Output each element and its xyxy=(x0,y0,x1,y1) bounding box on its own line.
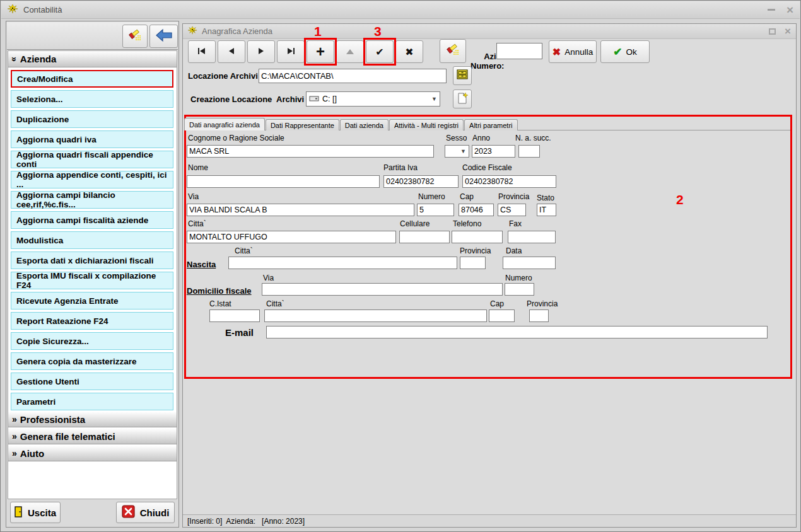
locazione-archivi-input[interactable] xyxy=(259,69,447,83)
via-input[interactable] xyxy=(187,204,414,216)
app-bug-icon xyxy=(8,4,18,16)
tabstrip: Dati anagrafici azienda Dati Rappresenta… xyxy=(184,118,791,130)
cognome-input[interactable] xyxy=(187,145,434,158)
cellulare-input[interactable] xyxy=(399,231,450,243)
nasucc-label: N. a. succ. xyxy=(515,134,551,142)
domicilio-provincia-label: Provincia xyxy=(527,299,558,308)
cellulare-label: Cellulare xyxy=(400,219,430,228)
last-record-button[interactable] xyxy=(277,40,305,63)
sidebar-item-modulistica[interactable]: Modulistica xyxy=(11,231,173,249)
status-text: [Inseriti: 0] Azienda: [Anno: 2023] xyxy=(187,517,305,526)
back-arrow-icon xyxy=(155,28,173,45)
sidebar-item-aggiorna-quadri-fiscali[interactable]: Aggiorna quadri fiscali appendice conti xyxy=(11,151,173,168)
cap-input[interactable] xyxy=(459,204,494,216)
maximize-icon[interactable] xyxy=(769,28,776,35)
sidebar-group-professionista[interactable]: » Professionista xyxy=(8,412,177,427)
sidebar-item-aggiorna-campi-bilancio[interactable]: Aggiorna campi bilancio cee,rif,%c.fis..… xyxy=(11,191,173,209)
sidebar-item-aggiorna-campi-fiscalita[interactable]: Aggiorna campi fiscalità aziende xyxy=(11,211,173,229)
main-window: Contabilità × xyxy=(0,0,801,532)
sidebar-group-aiuto[interactable]: » Aiuto xyxy=(8,446,177,461)
creazione-locazione-label: Creazione Locazione Archivi xyxy=(190,95,304,104)
nascita-provincia-input[interactable] xyxy=(460,257,486,269)
nascita-citta-input[interactable] xyxy=(228,257,457,269)
first-record-icon xyxy=(197,46,207,57)
domicilio-numero-input[interactable] xyxy=(505,283,534,296)
sidebar-group-genera-file[interactable]: » Genera file telematici xyxy=(8,429,177,444)
domicilio-cap-input[interactable] xyxy=(489,309,515,322)
fax-input[interactable] xyxy=(508,231,556,243)
annulla-button[interactable]: ✖ Annulla xyxy=(549,40,597,63)
chiudi-button[interactable]: Chiudi xyxy=(116,502,175,523)
add-record-button[interactable]: + xyxy=(307,40,334,63)
sidebar-item-aggiorna-quadri-iva[interactable]: Aggiorna quadri iva xyxy=(11,130,173,148)
sidebar-item-duplicazione[interactable]: Duplicazione xyxy=(11,110,173,128)
telefono-label: Telefono xyxy=(453,219,481,228)
sidebar-item-ricevute[interactable]: Ricevute Agenzia Entrate xyxy=(11,292,173,309)
nascita-label: Nascita xyxy=(187,260,216,269)
domicilio-citta-input[interactable] xyxy=(264,309,487,322)
provincia-input[interactable] xyxy=(498,204,526,216)
sidebar-item-genera-copia[interactable]: Genera copia da masterizzare xyxy=(11,352,173,370)
sidebar-item-esporta-dati[interactable]: Esporta dati x dichiarazioni fiscali xyxy=(11,252,173,269)
red-x-icon: ✖ xyxy=(553,46,561,58)
sesso-select[interactable]: ▼ xyxy=(445,145,469,158)
partita-iva-input[interactable] xyxy=(383,175,459,188)
citta-input[interactable] xyxy=(187,231,396,243)
cistat-input[interactable] xyxy=(209,309,260,322)
first-record-button[interactable] xyxy=(188,40,216,63)
anagrafica-titlebar: Anagrafica Azienda × xyxy=(183,24,796,39)
main-titlebar: Contabilità × xyxy=(1,1,800,19)
prev-record-button[interactable] xyxy=(218,40,245,63)
telefono-input[interactable] xyxy=(452,231,503,243)
tab-dati-anagrafici[interactable]: Dati anagrafici azienda xyxy=(184,118,265,130)
data-label: Data xyxy=(506,246,522,255)
tab-dati-azienda[interactable]: Dati azienda xyxy=(340,119,389,130)
sidebar-item-copie-sicurezza[interactable]: Copie Sicurezza... xyxy=(11,332,173,350)
uscita-button[interactable]: Uscita xyxy=(10,502,61,523)
email-input[interactable] xyxy=(266,326,768,338)
azienda-numero-input[interactable] xyxy=(496,43,542,59)
tab-dati-rappresentante[interactable]: Dati Rappresentante xyxy=(266,119,339,130)
minimize-icon[interactable] xyxy=(768,9,775,11)
codice-fiscale-input[interactable] xyxy=(462,175,556,188)
drive-select[interactable]: C: [] ▼ xyxy=(306,91,440,107)
fax-label: Fax xyxy=(509,219,522,228)
numero-input[interactable] xyxy=(417,204,454,216)
sidebar-back-button[interactable] xyxy=(149,25,178,48)
sidebar-item-gestione-utenti[interactable]: Gestione Utenti xyxy=(11,373,173,390)
edit-record-button[interactable] xyxy=(336,40,364,63)
sidebar-item-parametri[interactable]: Parametri xyxy=(11,393,173,410)
chiudi-label: Chiudi xyxy=(140,507,170,518)
app-bug-icon xyxy=(188,26,197,37)
close-icon[interactable]: × xyxy=(785,27,791,36)
anno-input[interactable] xyxy=(472,145,515,158)
ok-button[interactable]: ✔ Ok xyxy=(600,40,650,63)
archive-icon xyxy=(457,69,468,82)
close-icon[interactable]: × xyxy=(786,6,793,14)
chevron-right-icon: » xyxy=(12,450,17,456)
sidebar-item-esporta-imu[interactable]: Esporta IMU fiscali x compilazione F24 xyxy=(11,272,173,289)
tab-attivita-multi-registri[interactable]: Attività - Multi registri xyxy=(389,119,464,130)
nascita-citta-label: Citta` xyxy=(235,246,253,255)
stato-input[interactable] xyxy=(537,204,556,216)
archive-browse-button[interactable] xyxy=(453,66,472,85)
nome-input[interactable] xyxy=(187,175,380,188)
nasucc-input[interactable] xyxy=(518,145,540,158)
annotation-number-2: 2 xyxy=(676,192,684,207)
sidebar-item-seleziona[interactable]: Seleziona... xyxy=(11,90,173,108)
create-archive-button[interactable] xyxy=(453,90,472,108)
sidebar-group-azienda[interactable]: » Azienda xyxy=(8,51,177,67)
tab-altri-parametri[interactable]: Altri parametri xyxy=(464,119,517,130)
confirm-record-button[interactable]: ✔ xyxy=(366,40,394,63)
search-azienda-button[interactable] xyxy=(440,39,466,63)
next-record-button[interactable] xyxy=(247,40,275,63)
flashlight-icon xyxy=(128,28,142,45)
domicilio-via-input[interactable] xyxy=(262,283,503,296)
domicilio-provincia-input[interactable] xyxy=(529,309,549,322)
sidebar-search-button[interactable] xyxy=(122,25,148,48)
sidebar-item-report-rateazione[interactable]: Report Rateazione F24 xyxy=(11,312,173,330)
nascita-data-input[interactable] xyxy=(503,257,556,269)
sidebar-item-aggiorna-appendice[interactable]: Aggiorna appendice conti, cespiti, ici .… xyxy=(11,171,173,188)
delete-record-button[interactable]: ✖ xyxy=(395,40,423,63)
sidebar-item-crea-modifica[interactable]: Crea/Modifica xyxy=(11,70,173,88)
